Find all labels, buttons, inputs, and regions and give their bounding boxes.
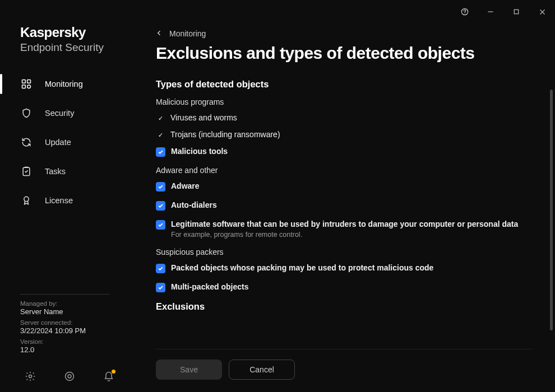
- app-title: Kaspersky: [20, 25, 130, 40]
- minimize-button[interactable]: [485, 7, 496, 17]
- group-malicious-heading: Malicious programs: [156, 97, 538, 106]
- sidebar-item-label: Security: [45, 109, 74, 118]
- settings-scroll[interactable]: Types of detected objects Malicious prog…: [156, 79, 555, 349]
- svg-point-14: [68, 375, 71, 378]
- sidebar-item-label: License: [45, 196, 73, 205]
- version-label: Version:: [20, 338, 110, 345]
- maximize-button[interactable]: [511, 7, 521, 17]
- svg-rect-7: [27, 80, 31, 83]
- main-content: Monitoring Exclusions and types of detec…: [130, 24, 555, 392]
- checkbox-multipacked[interactable]: [156, 283, 165, 292]
- check-icon: ✓: [156, 113, 165, 122]
- version-value: 12.0: [20, 346, 110, 354]
- sidebar: Kaspersky Endpoint Security Monitoring S…: [0, 24, 130, 392]
- option-adware: Adware: [171, 181, 200, 190]
- option-legitimate-software-sub: For example, programs for remote control…: [171, 231, 518, 239]
- section-types-heading: Types of detected objects: [156, 79, 538, 90]
- chevron-left-icon: [156, 29, 163, 38]
- svg-point-12: [29, 375, 32, 378]
- cancel-button[interactable]: Cancel: [229, 360, 295, 380]
- refresh-icon: [20, 136, 33, 148]
- notifications-icon[interactable]: [103, 371, 114, 382]
- option-viruses: Viruses and worms: [170, 113, 237, 122]
- server-connected-value: 3/22/2024 10:09 PM: [20, 326, 110, 335]
- server-connected-label: Server connected:: [20, 319, 110, 326]
- clipboard-icon: [20, 165, 33, 178]
- option-multipacked: Multi-packed objects: [171, 282, 248, 291]
- sidebar-item-security[interactable]: Security: [0, 99, 130, 128]
- close-button[interactable]: [537, 7, 547, 17]
- award-icon: [20, 194, 33, 207]
- page-title: Exclusions and types of detected objects: [156, 44, 555, 63]
- sidebar-item-monitoring[interactable]: Monitoring: [0, 69, 130, 99]
- group-adware-heading: Adware and other: [156, 166, 538, 175]
- sidebar-item-update[interactable]: Update: [0, 128, 130, 157]
- option-legitimate-software: Legitimate software that can be used by …: [171, 220, 518, 228]
- support-icon[interactable]: [64, 371, 75, 382]
- svg-point-9: [27, 85, 31, 88]
- shield-icon: [20, 107, 33, 119]
- group-suspicious-heading: Suspicious packers: [156, 248, 538, 256]
- svg-rect-3: [514, 10, 519, 14]
- checkbox-adware[interactable]: [156, 182, 165, 192]
- svg-rect-6: [22, 80, 26, 83]
- dashboard-icon: [20, 78, 33, 90]
- checkbox-legitimate-software[interactable]: [156, 220, 165, 230]
- breadcrumb-back[interactable]: Monitoring: [156, 29, 555, 44]
- notification-badge: [112, 370, 115, 374]
- managed-by-value: Server Name: [20, 307, 110, 316]
- svg-point-1: [464, 13, 465, 14]
- option-packed-objects: Packed objects whose packing may be used…: [171, 263, 433, 272]
- sidebar-item-license[interactable]: License: [0, 186, 130, 215]
- managed-by-label: Managed by:: [20, 300, 110, 307]
- svg-point-13: [66, 372, 74, 381]
- option-autodialers: Auto-dialers: [171, 200, 217, 209]
- help-button[interactable]: [460, 7, 470, 17]
- svg-rect-8: [22, 85, 26, 88]
- app-subtitle: Endpoint Security: [20, 41, 130, 54]
- sidebar-item-tasks[interactable]: Tasks: [0, 157, 130, 186]
- scrollbar-thumb[interactable]: [550, 90, 553, 330]
- settings-icon[interactable]: [25, 371, 36, 382]
- sidebar-item-label: Monitoring: [45, 80, 83, 88]
- option-malicious-tools: Malicious tools: [171, 147, 228, 156]
- save-button[interactable]: Save: [156, 360, 222, 380]
- svg-point-11: [24, 197, 29, 201]
- sidebar-item-label: Update: [45, 138, 71, 147]
- checkbox-malicious-tools[interactable]: [156, 147, 165, 157]
- sidebar-item-label: Tasks: [45, 167, 66, 176]
- checkbox-packed-objects[interactable]: [156, 264, 165, 273]
- section-exclusions-heading: Exclusions: [156, 301, 538, 312]
- option-trojans: Trojans (including ransomware): [170, 130, 280, 139]
- checkbox-autodialers[interactable]: [156, 201, 165, 211]
- check-icon: ✓: [156, 130, 165, 139]
- breadcrumb-label: Monitoring: [169, 29, 206, 38]
